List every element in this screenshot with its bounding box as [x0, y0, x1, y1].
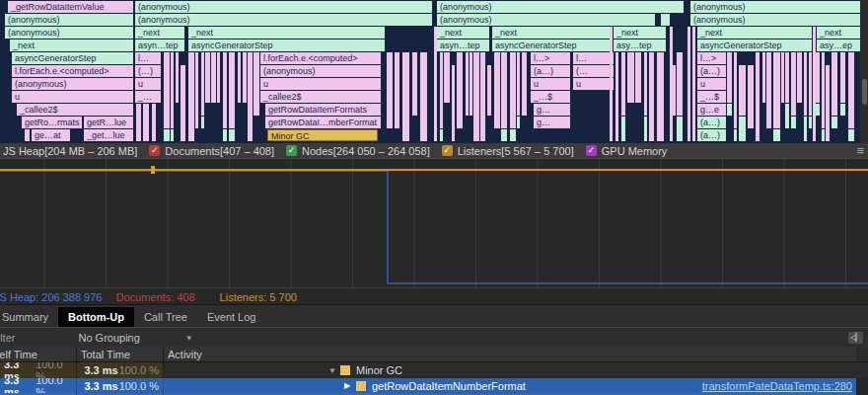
flame-stripe[interactable]	[797, 52, 802, 103]
flame-stripe[interactable]	[229, 129, 235, 141]
flame-stripe[interactable]	[466, 52, 469, 116]
flame-frame[interactable]: u	[697, 78, 726, 90]
flame-stripe[interactable]	[510, 52, 516, 128]
flame-scrollbar[interactable]	[860, 0, 868, 143]
flame-frame[interactable]: (anonymous)	[690, 1, 860, 13]
flame-stripe[interactable]	[791, 117, 796, 128]
flame-stripe[interactable]	[785, 52, 789, 103]
flame-frame[interactable]: _next	[492, 27, 610, 39]
flame-stripe[interactable]	[136, 104, 141, 141]
column-header-activity[interactable]: Activity	[164, 347, 856, 361]
flame-stripe[interactable]	[814, 52, 820, 103]
flame-stripe[interactable]	[822, 52, 825, 128]
counter-toggle[interactable]: ✓Documents[407 – 408]	[149, 145, 274, 157]
flame-stripe[interactable]	[238, 52, 241, 103]
flame-frame[interactable]: _…	[135, 91, 161, 103]
flame-frame[interactable]	[692, 27, 695, 141]
flame-stripe[interactable]	[201, 52, 204, 116]
column-header-total-time[interactable]: Total Time	[77, 347, 164, 361]
flame-stripe[interactable]	[501, 52, 507, 128]
flame-frame[interactable]: (anonymous)	[690, 14, 860, 26]
flame-stripe[interactable]	[785, 104, 789, 128]
flame-stripe[interactable]	[494, 52, 500, 128]
flame-frame[interactable]: (anonymous)	[135, 14, 432, 26]
flame-stripe[interactable]	[243, 52, 247, 103]
flame-frame[interactable]: _next	[188, 27, 385, 39]
flame-stripe[interactable]	[217, 52, 220, 103]
filter-input[interactable]: Filter	[0, 332, 15, 344]
flame-stripe[interactable]	[457, 52, 463, 128]
flame-stripe[interactable]	[766, 52, 771, 128]
flame-stripe[interactable]	[809, 117, 812, 128]
flame-stripe[interactable]	[657, 52, 664, 141]
flame-stripe[interactable]	[826, 65, 830, 141]
flame-stripe[interactable]	[804, 117, 807, 141]
flame-stripe[interactable]	[615, 52, 618, 141]
flame-stripe[interactable]	[739, 117, 746, 141]
flame-stripe[interactable]	[673, 65, 676, 116]
tab-event-log[interactable]: Event Log	[197, 307, 266, 327]
flame-stripe[interactable]	[621, 117, 625, 141]
flame-stripe[interactable]	[773, 129, 780, 141]
flame-frame[interactable]: getRowDataI…mberFormat	[265, 117, 381, 128]
flame-stripe[interactable]	[420, 52, 427, 141]
flame-frame[interactable]: asyncGeneratorStep	[188, 40, 385, 51]
flame-frame[interactable]	[610, 27, 613, 141]
flame-frame[interactable]: l…>	[531, 52, 570, 64]
flame-stripe[interactable]	[677, 117, 683, 141]
flame-stripe[interactable]	[781, 52, 784, 103]
flame-stripe[interactable]	[727, 104, 732, 116]
flame-stripe[interactable]	[791, 52, 796, 116]
flame-frame[interactable]: _next	[614, 27, 666, 39]
checkbox-icon[interactable]: ✓	[442, 145, 453, 156]
flame-frame[interactable]: Minor GC	[267, 129, 378, 141]
flame-stripe[interactable]	[644, 52, 647, 116]
flame-scrollbar-thumb[interactable]	[862, 79, 867, 105]
flame-stripe[interactable]	[809, 52, 812, 116]
flame-stripe[interactable]	[727, 52, 732, 103]
flame-stripe[interactable]	[649, 52, 654, 141]
flame-stripe[interactable]	[487, 65, 491, 116]
flame-frame[interactable]: _next	[437, 27, 489, 39]
flame-stripe[interactable]	[734, 129, 737, 141]
flame-frame[interactable]: u	[260, 78, 381, 90]
flame-frame[interactable]: g…e	[697, 104, 726, 116]
table-row-selected[interactable]: 3.3 ms 100.0 % 3.3 ms 100.0 % ▶ getRowDa…	[0, 378, 868, 393]
flame-stripe[interactable]	[773, 52, 780, 128]
memory-graph[interactable]	[0, 159, 868, 287]
flame-stripe[interactable]	[387, 52, 393, 128]
flame-frame[interactable]: l…	[135, 52, 161, 64]
flame-stripe[interactable]	[171, 129, 174, 141]
flame-chart[interactable]: _getRowDataItemValue(anonymous)(anonymou…	[0, 0, 868, 143]
expand-arrow-icon[interactable]: ▶	[344, 381, 354, 390]
flame-frame[interactable]: _…$	[531, 91, 570, 103]
flame-stripe[interactable]	[395, 52, 399, 128]
flame-stripe[interactable]	[635, 52, 641, 103]
flame-frame[interactable]: _next	[697, 27, 812, 39]
flame-frame[interactable]: u	[135, 78, 161, 90]
flame-stripe[interactable]	[452, 65, 455, 141]
flame-frame[interactable]: (a…)	[697, 65, 726, 77]
flame-stripe[interactable]	[402, 52, 409, 141]
flame-frame[interactable]: asyn…tep	[437, 40, 489, 51]
grouping-select[interactable]: No Grouping ▼	[78, 332, 192, 344]
flame-stripe[interactable]	[143, 104, 149, 141]
flame-frame[interactable]: (anonymous)	[135, 1, 432, 13]
flame-frame[interactable]: g…	[534, 104, 570, 116]
flame-stripe[interactable]	[627, 52, 634, 103]
flame-frame[interactable]: asy…ep	[817, 40, 860, 51]
flame-frame[interactable]: (a…)	[697, 117, 726, 128]
flame-frame[interactable]: l…>	[697, 52, 726, 64]
column-header-self-time[interactable]: Self Time	[0, 347, 77, 361]
flame-frame[interactable]: u	[12, 91, 133, 103]
flame-frame[interactable]: asyncGeneratorStep	[12, 52, 133, 64]
flame-stripe[interactable]	[739, 65, 746, 116]
flame-stripe[interactable]	[832, 117, 837, 128]
flame-frame[interactable]: g…	[534, 117, 570, 128]
checkbox-icon[interactable]: ✓	[149, 145, 160, 156]
flame-frame[interactable]: (a…)	[697, 129, 726, 141]
flame-stripe[interactable]	[211, 52, 216, 103]
flame-stripe[interactable]	[473, 52, 479, 141]
flame-stripe[interactable]	[832, 52, 837, 116]
flame-stripe[interactable]	[822, 129, 825, 141]
